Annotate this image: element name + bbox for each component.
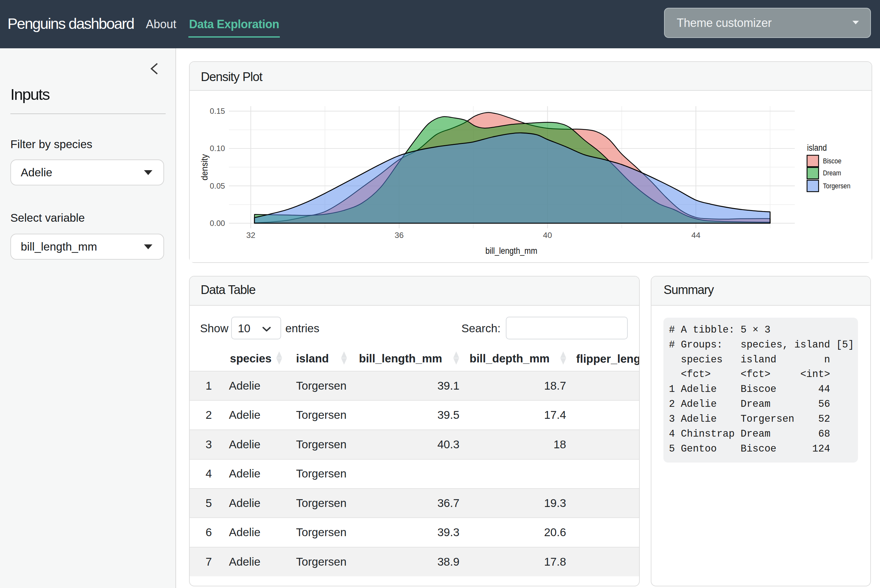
svg-text:Torgersen: Torgersen bbox=[823, 182, 850, 190]
svg-text:density: density bbox=[200, 154, 209, 180]
svg-text:32: 32 bbox=[246, 231, 255, 240]
svg-text:island: island bbox=[807, 142, 827, 153]
svg-text:0.15: 0.15 bbox=[210, 107, 225, 116]
svg-text:0.00: 0.00 bbox=[210, 219, 225, 228]
svg-text:40: 40 bbox=[543, 231, 552, 240]
svg-text:0.10: 0.10 bbox=[210, 145, 225, 153]
svg-text:Biscoe: Biscoe bbox=[823, 157, 841, 165]
svg-text:bill_length_mm: bill_length_mm bbox=[485, 246, 537, 256]
svg-text:Dream: Dream bbox=[823, 169, 841, 177]
svg-text:44: 44 bbox=[691, 231, 700, 240]
svg-text:0.05: 0.05 bbox=[210, 182, 225, 190]
svg-text:36: 36 bbox=[395, 231, 404, 240]
